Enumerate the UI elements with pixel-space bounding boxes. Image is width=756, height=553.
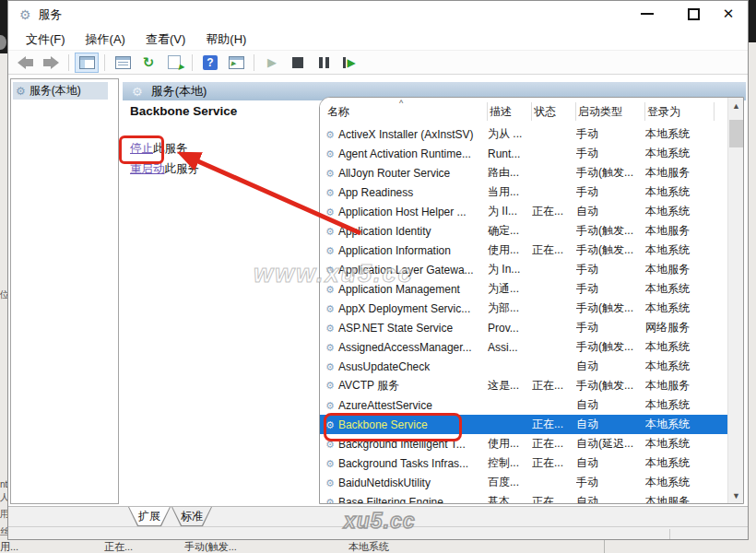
restart-service-link[interactable]: 重启动 (130, 162, 165, 175)
service-gear-icon: ⚙ (325, 400, 335, 411)
services-list-panel: 名称描述状态启动类型登录为^ ⚙ActiveX Installer (AxIns… (319, 97, 744, 504)
table-row[interactable]: ⚙AsusUpdateCheck自动本地系统 (320, 357, 727, 376)
table-row[interactable]: ⚙ActiveX Installer (AxInstSV)为从 ...手动本地系… (320, 124, 727, 144)
service-name-text: BaiduNetdiskUtility (338, 477, 431, 489)
table-row[interactable]: ⚙Agent Activation Runtime...Runt...手动本地系… (320, 144, 727, 163)
show-console-tree-button[interactable] (75, 53, 99, 73)
table-row[interactable]: ⚙Base Filtering Engine基本...正在...自动本地服务 (320, 492, 727, 504)
vertical-scrollbar[interactable]: ▲ ▼ (727, 98, 743, 503)
column-header-2[interactable]: 状态 (532, 102, 576, 121)
tab-standard[interactable]: 标准 (171, 507, 212, 526)
restart-service-button[interactable]: ▶ (337, 53, 361, 73)
table-row[interactable]: ⚙ASP.NET State ServiceProv...手动网络服务 (320, 318, 727, 337)
table-row[interactable]: ⚙AVCTP 服务这是...正在...手动(触发...本地服务 (320, 376, 727, 395)
action-pane-icon (229, 56, 244, 69)
service-logon-cell: 本地服务 (645, 165, 715, 181)
table-row[interactable]: ⚙Application Host Helper ...为 II...正在...… (320, 202, 727, 221)
service-name-text: ActiveX Installer (AxInstSV) (338, 128, 474, 141)
table-row[interactable]: ⚙AllJoyn Router Service路由...手动(触发...本地服务 (320, 163, 727, 182)
service-name-cell: ⚙Background Intelligent T... (325, 438, 488, 451)
service-logon-cell: 本地系统 (645, 184, 715, 200)
service-startup-cell: 手动(触发... (576, 223, 645, 239)
help-button[interactable]: ? (198, 53, 222, 73)
stop-service-button[interactable] (286, 53, 310, 73)
scroll-up-arrow[interactable]: ▲ (728, 98, 744, 113)
service-logon-cell: 本地系统 (645, 339, 715, 355)
scroll-down-arrow[interactable]: ▼ (728, 488, 744, 503)
column-header-3[interactable]: 启动类型 (576, 102, 645, 121)
toolbar: ↻ ? ▶ ▶ (8, 51, 748, 75)
menu-item-1[interactable]: 操作(A) (76, 29, 136, 50)
table-row[interactable]: ⚙AzureAttestService自动本地系统 (320, 395, 727, 415)
service-name-text: Background Tasks Infras... (338, 457, 468, 470)
table-row[interactable]: ⚙Application Management为通...手动本地系统 (320, 279, 727, 299)
service-gear-icon: ⚙ (325, 129, 335, 140)
refresh-button[interactable]: ↻ (136, 53, 160, 73)
table-body: ⚙ActiveX Installer (AxInstSV)为从 ...手动本地系… (320, 124, 727, 504)
table-row[interactable]: ⚙Application Layer Gatewa...为 In...手动本地服… (320, 260, 727, 279)
service-startup-cell: 自动 (576, 359, 645, 374)
service-name-text: Application Management (338, 283, 460, 296)
column-header-4[interactable]: 登录为 (645, 102, 715, 121)
table-row[interactable]: ⚙App Readiness当用...手动本地系统 (320, 182, 727, 202)
service-name-text: AppX Deployment Servic... (338, 302, 470, 315)
column-header-1[interactable]: 描述 (488, 102, 532, 121)
service-logon-cell: 本地系统 (645, 455, 715, 471)
restart-service-icon: ▶ (343, 57, 355, 68)
service-gear-icon: ⚙ (325, 497, 335, 505)
service-gear-icon: ⚙ (325, 303, 335, 314)
service-name-text: Agent Activation Runtime... (338, 147, 471, 160)
service-desc-cell: 控制... (488, 455, 532, 471)
service-desc-cell: 路由... (488, 165, 532, 181)
service-name-cell: ⚙Backbone Service (325, 418, 488, 431)
service-name-cell: ⚙AsusUpdateCheck (325, 360, 488, 373)
back-button[interactable] (13, 53, 37, 73)
details-header-label: 服务(本地) (151, 83, 207, 100)
sidebar-item-services-local[interactable]: ⚙ 服务(本地) (13, 82, 108, 100)
menu-item-3[interactable]: 帮助(H) (195, 29, 256, 50)
service-gear-icon: ⚙ (325, 342, 335, 353)
bg-row-startup: 手动(触发... (184, 540, 237, 553)
status-bar (8, 526, 748, 539)
table-row[interactable]: ⚙Backbone Service正在...自动本地系统 (320, 415, 727, 434)
stop-service-link[interactable]: 停止 (130, 142, 153, 155)
service-logon-cell: 本地服务 (645, 494, 715, 504)
column-header-0[interactable]: 名称 (325, 102, 488, 121)
forward-button[interactable] (39, 53, 63, 73)
service-name-cell: ⚙Application Management (325, 283, 488, 296)
service-startup-cell: 手动 (576, 126, 645, 142)
table-row[interactable]: ⚙Application Identity确定...手动(触发...本地服务 (320, 221, 727, 241)
scrollbar-thumb[interactable] (729, 120, 743, 147)
background-partial-text: nt. (0, 479, 7, 489)
services-window: ⚙ 服务 ✕ 文件(F)操作(A)查看(V)帮助(H) ↻ ? ▶ ▶ ⚙ 服务… (7, 0, 749, 540)
table-row[interactable]: ⚙Background Tasks Infras...控制...正在...自动本… (320, 453, 727, 473)
service-desc-cell: 使用... (488, 436, 532, 452)
table-row[interactable]: ⚙Background Intelligent T...使用...正在...自动… (320, 434, 727, 453)
export-list-button[interactable] (162, 53, 186, 73)
table-row[interactable]: ⚙AssignedAccessManager...Assi...手动(触发...… (320, 337, 727, 357)
maximize-button[interactable] (678, 1, 709, 27)
pause-service-button[interactable] (312, 53, 336, 73)
service-logon-cell: 本地服务 (645, 262, 715, 277)
service-logon-cell: 本地系统 (645, 475, 715, 490)
menu-item-2[interactable]: 查看(V) (136, 29, 195, 50)
service-desc-cell: 为 II... (488, 204, 532, 219)
menu-item-0[interactable]: 文件(F) (16, 29, 76, 50)
close-button[interactable]: ✕ (713, 1, 744, 27)
background-partial-text: 丝 (0, 525, 7, 538)
service-status-cell: 正在... (532, 436, 576, 452)
service-desc-cell: 使用... (488, 242, 532, 258)
start-service-button[interactable]: ▶ (260, 53, 284, 73)
restart-service-link-line: 重启动此服务 (130, 161, 199, 177)
table-row[interactable]: ⚙BaiduNetdiskUtility百度...手动本地系统 (320, 473, 727, 492)
minimize-button[interactable] (632, 1, 663, 27)
table-row[interactable]: ⚙AppX Deployment Servic...为部...手动(触发...本… (320, 299, 727, 318)
service-name-cell: ⚙Agent Activation Runtime... (325, 147, 488, 160)
properties-button[interactable] (111, 53, 135, 73)
toolbar-separator (254, 54, 254, 71)
table-row[interactable]: ⚙Application Information使用...正在...手动(触发.… (320, 241, 727, 260)
service-logon-cell: 本地系统 (645, 204, 715, 219)
service-logon-cell: 本地系统 (645, 417, 715, 432)
show-action-pane-button[interactable] (224, 53, 248, 73)
tab-extended[interactable]: 扩展 (128, 507, 171, 526)
